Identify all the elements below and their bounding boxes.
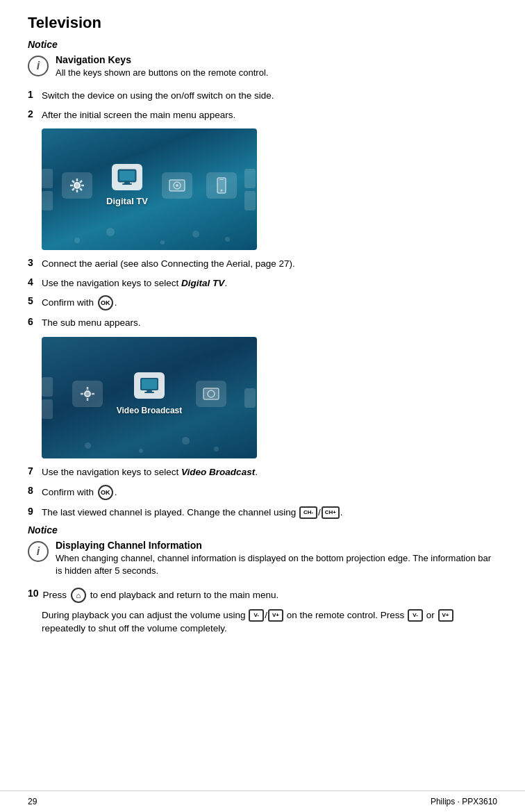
step-2: 2 After the initial screen the main menu… [28, 108, 497, 122]
screen2-bubbles [42, 417, 257, 458]
step-9: 9 The last viewed channel is played. Cha… [28, 506, 497, 520]
screen2-settings-icon [78, 385, 97, 403]
settings-icon [68, 176, 86, 194]
vol-mute2-icon: V+ [438, 609, 453, 622]
screen2-right-icon-1 [244, 388, 256, 408]
video-broadcast-label: Video Broadcast [117, 406, 182, 415]
ch-minus-icon: CH- [299, 506, 317, 519]
step-8-label: Confirm with [42, 486, 94, 497]
step-3-num: 3 [28, 257, 38, 268]
settings-menu-item [62, 172, 92, 199]
step-10-num: 10 [28, 588, 39, 599]
page-title: Television [28, 14, 497, 32]
info-icon-2: i [28, 541, 49, 562]
photo-icon [168, 176, 186, 194]
vol-minus-icon: V- [249, 609, 264, 622]
screen2-tv-item: Video Broadcast [117, 372, 182, 415]
screen2-right-icons [244, 388, 257, 408]
home-icon: ⌂ [71, 588, 86, 603]
bubble-2 [106, 228, 115, 236]
bubble-1 [74, 238, 80, 243]
screen2-photo-item [196, 381, 226, 407]
step-10: 10 Press ⌂ to end playback and return to… [28, 588, 497, 603]
right-side-icon-1 [244, 169, 256, 188]
settings-icon-box [62, 172, 92, 199]
step-8-text: Confirm with OK. [42, 485, 117, 500]
step-2-text: After the initial screen the main menu a… [42, 108, 235, 122]
notice1-content: Navigation Keys All the keys shown are b… [56, 54, 497, 79]
screen2-left-icon-1 [42, 377, 53, 397]
step-8-num: 8 [28, 485, 38, 496]
step-8: 8 Confirm with OK. [28, 485, 497, 500]
step-10-label: Press [43, 589, 67, 599]
bubble-5 [225, 237, 230, 242]
step-7-num: 7 [28, 465, 38, 477]
step-4-bold: Digital TV [181, 278, 224, 288]
step-4: 4 Use the navigation keys to select Digi… [28, 276, 497, 290]
svg-rect-10 [119, 171, 135, 181]
ok-button-icon: OK [98, 295, 113, 310]
screen-1-image: Digital TV [42, 129, 257, 250]
bubbles-decoration [42, 208, 257, 250]
screen2-settings-box [72, 381, 103, 407]
notice2-text: When changing channel, channel informati… [56, 552, 497, 577]
svg-rect-27 [144, 392, 154, 393]
step-4-text: Use the navigation keys to select Digita… [42, 276, 227, 290]
step-5-text: Confirm with OK. [42, 295, 117, 310]
vol-mute1-icon: V- [408, 609, 423, 622]
notice2-title: Displaying Channel Information [56, 540, 497, 551]
screen2-tv-box [134, 372, 165, 399]
vol-plus-icon: V+ [268, 609, 283, 622]
bubble-4 [192, 231, 199, 238]
screen-1-content: Digital TV [42, 129, 257, 250]
info-icon-1: i [28, 56, 49, 76]
step-5-label: Confirm with [42, 297, 94, 308]
step-2-num: 2 [28, 108, 38, 119]
step-6-num: 6 [28, 316, 38, 327]
svg-point-15 [176, 184, 178, 187]
notice2-box: i Displaying Channel Information When ch… [28, 540, 497, 577]
phone-icon [212, 176, 231, 194]
notice1-label: Notice [28, 39, 497, 50]
digital-tv-label: Digital TV [106, 196, 148, 206]
svg-line-6 [80, 188, 82, 190]
step-7-bold: Video Broadcast [181, 467, 255, 477]
during-text: During playback you can adjust the volum… [42, 608, 497, 636]
screen2-tv-icon [139, 376, 160, 395]
right-side-icon-2 [244, 191, 256, 210]
side-icon-2 [42, 191, 53, 210]
svg-line-5 [72, 181, 74, 183]
phone-icon-box [206, 172, 237, 199]
digital-tv-icon-box [112, 164, 142, 190]
screen2-photo-icon [202, 385, 220, 403]
notice2-label: Notice [28, 524, 497, 536]
screen2-photo-box [196, 381, 226, 407]
footer-page-number: 29 [28, 797, 37, 806]
notice1-box: i Navigation Keys All the keys shown are… [28, 54, 497, 79]
screen2-settings-item [72, 381, 103, 407]
svg-point-17 [220, 189, 222, 191]
phone-menu-item [206, 172, 237, 199]
screen2-bubble-3 [182, 437, 190, 445]
step-6: 6 The sub menu appears. [28, 316, 497, 330]
svg-line-8 [80, 181, 82, 183]
step-3: 3 Connect the aerial (see also Connectin… [28, 257, 497, 271]
step-7: 7 Use the navigation keys to select Vide… [28, 465, 497, 479]
step-4-num: 4 [28, 276, 38, 288]
during-playback: During playback you can adjust the volum… [28, 608, 497, 636]
step-8-ok-icon: OK [98, 485, 113, 500]
step-3-text: Connect the aerial (see also Connecting … [42, 257, 295, 271]
ch-plus-icon: CH+ [322, 506, 340, 519]
step-6-text: The sub menu appears. [42, 316, 141, 330]
svg-rect-18 [219, 179, 224, 180]
svg-point-19 [85, 391, 90, 397]
svg-rect-12 [122, 183, 132, 185]
left-side-icons [42, 169, 54, 210]
step-5: 5 Confirm with OK. [28, 295, 497, 310]
screen2-menu-grid: Video Broadcast [72, 372, 226, 415]
screen2-left-icons [42, 377, 54, 419]
digital-tv-menu-item: Digital TV [106, 164, 148, 206]
side-icon-1 [42, 169, 53, 188]
page-footer: 29 Philips · PPX3610 [0, 790, 525, 812]
right-side-icons [244, 169, 257, 210]
